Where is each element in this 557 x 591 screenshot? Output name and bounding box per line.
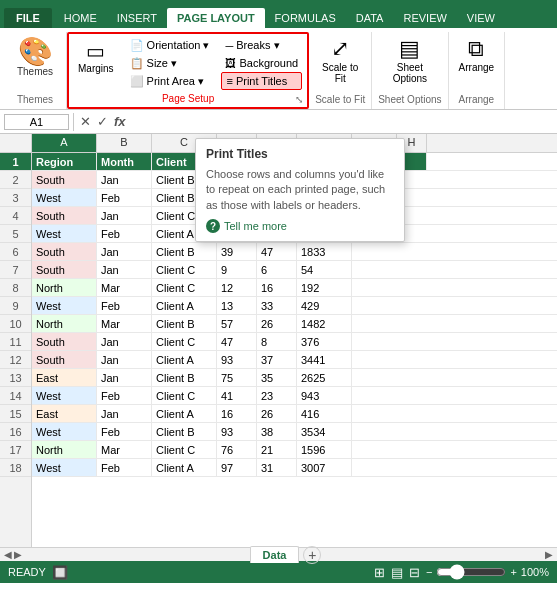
tab-formulas[interactable]: FORMULAS <box>265 8 346 28</box>
cell-r12-c5[interactable]: 3441 <box>297 351 352 368</box>
normal-view-icon[interactable]: ⊞ <box>374 565 385 580</box>
scale-to-fit-button[interactable]: ⤢ Scale toFit <box>318 34 362 86</box>
cell-r16-c3[interactable]: 93 <box>217 423 257 440</box>
tab-insert[interactable]: INSERT <box>107 8 167 28</box>
cell-r18-c3[interactable]: 97 <box>217 459 257 476</box>
cell-r11-c5[interactable]: 376 <box>297 333 352 350</box>
tab-home[interactable]: HOME <box>54 8 107 28</box>
cell-r13-c4[interactable]: 35 <box>257 369 297 386</box>
cell-r6-c0[interactable]: South <box>32 243 97 260</box>
cell-r17-c5[interactable]: 1596 <box>297 441 352 458</box>
row-num-17[interactable]: 17 <box>0 441 31 459</box>
row-num-14[interactable]: 14 <box>0 387 31 405</box>
cell-r6-c4[interactable]: 47 <box>257 243 297 260</box>
cell-r15-c4[interactable]: 26 <box>257 405 297 422</box>
cell-r6-c3[interactable]: 39 <box>217 243 257 260</box>
cell-r13-c3[interactable]: 75 <box>217 369 257 386</box>
cell-r15-c1[interactable]: Jan <box>97 405 152 422</box>
cell-r13-c5[interactable]: 2625 <box>297 369 352 386</box>
page-setup-expand-icon[interactable]: ⤡ <box>295 94 303 105</box>
tab-data[interactable]: DATA <box>346 8 394 28</box>
cell-r10-c5[interactable]: 1482 <box>297 315 352 332</box>
cell-r16-c4[interactable]: 38 <box>257 423 297 440</box>
cell-r17-c3[interactable]: 76 <box>217 441 257 458</box>
margins-button[interactable]: ▭ Margins <box>74 37 118 76</box>
col-header-a[interactable]: A <box>32 134 97 152</box>
cell-r16-c0[interactable]: West <box>32 423 97 440</box>
row-num-2[interactable]: 2 <box>0 171 31 189</box>
cell-r12-c0[interactable]: South <box>32 351 97 368</box>
row-num-5[interactable]: 5 <box>0 225 31 243</box>
cell-r4-c0[interactable]: South <box>32 207 97 224</box>
cell-r9-c5[interactable]: 429 <box>297 297 352 314</box>
breaks-button[interactable]: ─ Breaks ▾ <box>221 37 302 54</box>
cell-r9-c2[interactable]: Client A <box>152 297 217 314</box>
arrange-button[interactable]: ⧉ Arrange <box>455 34 499 75</box>
cell-r18-c0[interactable]: West <box>32 459 97 476</box>
background-button[interactable]: 🖼 Background <box>221 55 302 71</box>
cell-r7-c2[interactable]: Client C <box>152 261 217 278</box>
cell-r5-c0[interactable]: West <box>32 225 97 242</box>
cell-r8-c1[interactable]: Mar <box>97 279 152 296</box>
tooltip-link[interactable]: ? Tell me more <box>206 219 394 233</box>
cell-r7-c1[interactable]: Jan <box>97 261 152 278</box>
cell-r10-c2[interactable]: Client B <box>152 315 217 332</box>
row-num-3[interactable]: 3 <box>0 189 31 207</box>
orientation-button[interactable]: 📄 Orientation ▾ <box>126 37 214 54</box>
formula-cancel-icon[interactable]: ✕ <box>80 114 91 129</box>
cell-r8-c2[interactable]: Client C <box>152 279 217 296</box>
cell-r11-c1[interactable]: Jan <box>97 333 152 350</box>
size-button[interactable]: 📋 Size ▾ <box>126 55 214 72</box>
sheet-tab-data[interactable]: Data <box>250 546 300 563</box>
cell-r6-c2[interactable]: Client B <box>152 243 217 260</box>
row-num-9[interactable]: 9 <box>0 297 31 315</box>
page-break-view-icon[interactable]: ⊟ <box>409 565 420 580</box>
cell-r10-c3[interactable]: 57 <box>217 315 257 332</box>
horizontal-scrollbar[interactable]: ◀ ▶ Data + ▶ <box>0 547 557 561</box>
print-area-button[interactable]: ⬜ Print Area ▾ <box>126 73 214 90</box>
row-num-6[interactable]: 6 <box>0 243 31 261</box>
cell-r11-c3[interactable]: 47 <box>217 333 257 350</box>
row-num-4[interactable]: 4 <box>0 207 31 225</box>
row-num-15[interactable]: 15 <box>0 405 31 423</box>
cell-r15-c2[interactable]: Client A <box>152 405 217 422</box>
cell-r8-c0[interactable]: North <box>32 279 97 296</box>
formula-input[interactable] <box>132 116 553 128</box>
cell-r10-c1[interactable]: Mar <box>97 315 152 332</box>
cell-r15-c5[interactable]: 416 <box>297 405 352 422</box>
cell-r17-c2[interactable]: Client C <box>152 441 217 458</box>
row-num-11[interactable]: 11 <box>0 333 31 351</box>
row-num-8[interactable]: 8 <box>0 279 31 297</box>
cell-r6-c5[interactable]: 1833 <box>297 243 352 260</box>
tab-file[interactable]: FILE <box>4 8 52 28</box>
cell-r16-c1[interactable]: Feb <box>97 423 152 440</box>
tab-view[interactable]: VIEW <box>457 8 505 28</box>
cell-r15-c0[interactable]: East <box>32 405 97 422</box>
page-layout-view-icon[interactable]: ▤ <box>391 565 403 580</box>
cell-r14-c4[interactable]: 23 <box>257 387 297 404</box>
print-titles-button[interactable]: ≡ Print Titles <box>221 72 302 90</box>
cell-r11-c4[interactable]: 8 <box>257 333 297 350</box>
cell-r9-c1[interactable]: Feb <box>97 297 152 314</box>
cell-r7-c5[interactable]: 54 <box>297 261 352 278</box>
cell-r18-c1[interactable]: Feb <box>97 459 152 476</box>
cell-r8-c5[interactable]: 192 <box>297 279 352 296</box>
cell-reference-box[interactable] <box>4 114 69 130</box>
formula-function-icon[interactable]: fx <box>114 114 126 129</box>
cell-r11-c0[interactable]: South <box>32 333 97 350</box>
cell-r14-c2[interactable]: Client C <box>152 387 217 404</box>
zoom-in-icon[interactable]: + <box>510 566 516 578</box>
cell-r16-c2[interactable]: Client B <box>152 423 217 440</box>
cell-r13-c2[interactable]: Client B <box>152 369 217 386</box>
scroll-thumb[interactable]: ▶ <box>545 549 553 560</box>
cell-r16-c5[interactable]: 3534 <box>297 423 352 440</box>
cell-r8-c3[interactable]: 12 <box>217 279 257 296</box>
cell-r5-c1[interactable]: Feb <box>97 225 152 242</box>
cell-r9-c0[interactable]: West <box>32 297 97 314</box>
cell-r2-c0[interactable]: South <box>32 171 97 188</box>
cell-r18-c4[interactable]: 31 <box>257 459 297 476</box>
cell-r18-c5[interactable]: 3007 <box>297 459 352 476</box>
cell-r9-c3[interactable]: 13 <box>217 297 257 314</box>
cell-r17-c1[interactable]: Mar <box>97 441 152 458</box>
cell-r6-c1[interactable]: Jan <box>97 243 152 260</box>
